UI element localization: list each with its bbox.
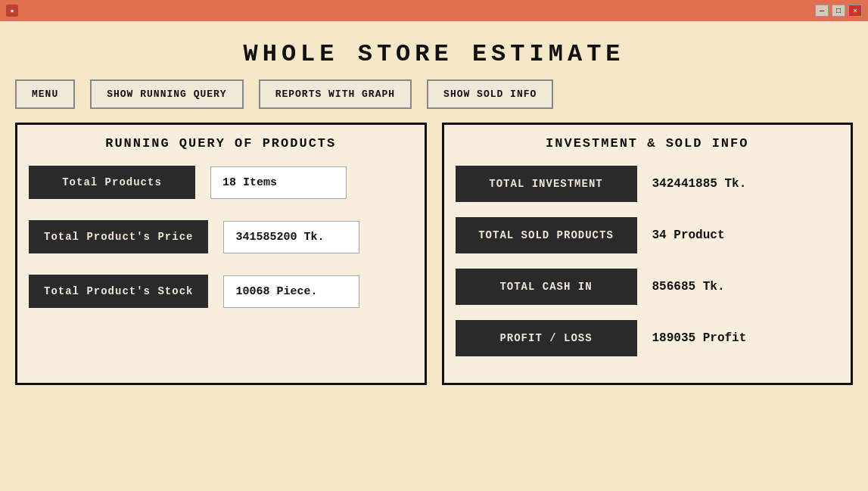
- panels-container: RUNNING QUERY OF PRODUCTS Total Products…: [15, 123, 853, 385]
- total-sold-value: 34 Product: [652, 225, 725, 246]
- info-row-investment: TOTAL INVESTMENT 342441885 Tk.: [456, 166, 840, 202]
- title-bar: ★ — □ ✕: [0, 0, 868, 21]
- app-icon: ★: [6, 5, 18, 17]
- close-button[interactable]: ✕: [848, 5, 862, 17]
- info-row-sold-products: TOTAL SOLD PRODUCTS 34 Product: [456, 217, 840, 253]
- show-sold-info-button[interactable]: SHOW SOLD INFO: [427, 79, 553, 109]
- total-cash-in-button[interactable]: TOTAL CASH IN: [456, 269, 637, 305]
- total-stock-button[interactable]: Total Product's Stock: [29, 275, 208, 308]
- page-title: WHOLE STORE ESTIMATE: [15, 29, 853, 79]
- profit-loss-button[interactable]: PROFIT / LOSS: [456, 320, 637, 356]
- menu-button[interactable]: MENU: [15, 79, 75, 109]
- left-panel: RUNNING QUERY OF PRODUCTS Total Products…: [15, 123, 427, 385]
- app-icon-symbol: ★: [10, 6, 14, 15]
- toolbar: MENU SHOW RUNNING QUERY REPORTS WITH GRA…: [15, 79, 853, 109]
- left-panel-title: RUNNING QUERY OF PRODUCTS: [29, 136, 413, 151]
- query-row-total-stock: Total Product's Stock 10068 Piece.: [29, 275, 413, 308]
- reports-with-graph-button[interactable]: REPORTS WITH GRAPH: [259, 79, 412, 109]
- total-sold-button[interactable]: TOTAL SOLD PRODUCTS: [456, 217, 637, 253]
- show-running-query-button[interactable]: SHOW RUNNING QUERY: [90, 79, 243, 109]
- total-stock-value: 10068 Piece.: [223, 275, 359, 308]
- total-investment-value: 342441885 Tk.: [652, 173, 747, 194]
- right-panel: INVESTMENT & SOLD INFO TOTAL INVESTMENT …: [442, 123, 854, 385]
- info-row-cash-in: TOTAL CASH IN 856685 Tk.: [456, 269, 840, 305]
- main-content: WHOLE STORE ESTIMATE MENU SHOW RUNNING Q…: [0, 21, 868, 491]
- query-row-total-products: Total Products 18 Items: [29, 166, 413, 199]
- total-price-value: 341585200 Tk.: [223, 221, 359, 253]
- maximize-button[interactable]: □: [832, 5, 845, 17]
- window-controls: — □ ✕: [815, 5, 862, 17]
- profit-loss-value: 189035 Profit: [652, 328, 747, 349]
- total-products-button[interactable]: Total Products: [29, 166, 195, 199]
- total-products-value: 18 Items: [210, 166, 347, 199]
- right-panel-title: INVESTMENT & SOLD INFO: [456, 136, 840, 151]
- query-row-total-price: Total Product's Price 341585200 Tk.: [29, 220, 413, 253]
- total-investment-button[interactable]: TOTAL INVESTMENT: [456, 166, 637, 202]
- info-row-profit-loss: PROFIT / LOSS 189035 Profit: [456, 320, 840, 356]
- total-price-button[interactable]: Total Product's Price: [29, 220, 208, 253]
- total-cash-in-value: 856685 Tk.: [652, 276, 725, 297]
- minimize-button[interactable]: —: [815, 5, 829, 17]
